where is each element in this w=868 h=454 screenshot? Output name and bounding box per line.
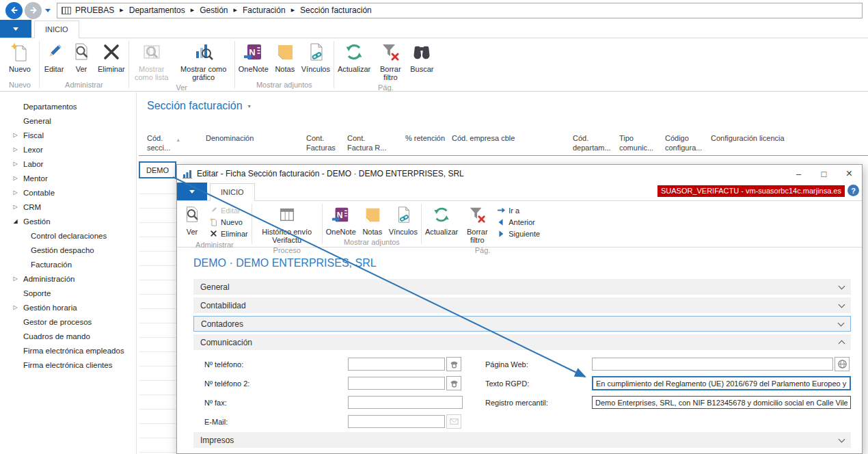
sidebar-item-lexor[interactable]: Lexor	[0, 142, 136, 157]
column-header-cod-departamento[interactable]: Cód.departam...	[573, 134, 619, 152]
breadcrumb-item[interactable]: Departamentos	[129, 5, 185, 15]
mostrar-como-grafico-button[interactable]: Mostrar como gráfico	[174, 40, 234, 82]
page-title-dropdown-icon[interactable]	[248, 103, 251, 109]
tree-collapsed-icon[interactable]	[11, 204, 20, 210]
editar-button[interactable]: Editar	[206, 204, 251, 216]
sidebar-item-general[interactable]: General	[0, 113, 136, 128]
minimize-button[interactable]: –	[786, 165, 811, 183]
sidebar-item-soporte[interactable]: Soporte	[0, 286, 136, 300]
address-field[interactable]: PRUEBAS Departamentos Gestión Facturació…	[57, 3, 863, 18]
actualizar-button[interactable]: Actualizar	[335, 40, 373, 74]
send-email-button[interactable]	[446, 414, 461, 429]
column-header-cod-empresa[interactable]: Cód. empresa cble	[452, 134, 573, 152]
column-header-cont-factura-r[interactable]: Cont.Factura R...	[347, 134, 405, 152]
vinculos-button[interactable]: Vínculos	[386, 202, 420, 237]
buscar-button[interactable]: Buscar	[407, 40, 436, 74]
breadcrumb-item[interactable]: Gestión	[200, 5, 228, 15]
nuevo-button[interactable]: Nuevo	[1, 40, 38, 74]
telefono-field[interactable]	[348, 358, 445, 371]
column-header-cont-facturas[interactable]: Cont.Facturas	[306, 134, 347, 152]
column-header-codigo-configuracion[interactable]: Códigoconfigura...	[665, 134, 711, 152]
maximize-button[interactable]: □	[811, 165, 837, 183]
tree-collapsed-icon[interactable]	[11, 146, 20, 152]
sidebar-item-facturacion[interactable]: Facturación	[0, 257, 136, 271]
ver-button[interactable]: Ver	[68, 40, 95, 74]
tree-collapsed-icon[interactable]	[11, 132, 20, 138]
tree-expanded-icon[interactable]	[11, 218, 20, 224]
historico-envio-verifactu-button[interactable]: Histórico envío Verifactu	[253, 202, 321, 245]
empty-list-rows[interactable]	[139, 180, 177, 454]
sidebar-item-gestor-de-procesos[interactable]: Gestor de procesos	[0, 315, 136, 329]
sidebar-item-mentor[interactable]: Mentor	[0, 171, 136, 185]
sidebar-item-crm[interactable]: CRM	[0, 200, 136, 214]
sidebar-item-firma-electronica-clientes[interactable]: Firma electrónica clientes	[0, 358, 136, 372]
tree-collapsed-icon[interactable]	[11, 304, 20, 310]
anterior-button[interactable]: Anterior	[493, 216, 543, 228]
email-field[interactable]	[348, 415, 445, 428]
sidebar-item-departamentos[interactable]: Departamentos	[0, 99, 136, 113]
tab-inicio[interactable]: INICIO	[34, 21, 79, 38]
column-header-tipo-comunicacion[interactable]: Tipocomunic...	[619, 134, 665, 152]
sidebar-item-administracion[interactable]: Administración	[0, 271, 136, 286]
sidebar-item-firma-electronica-empleados[interactable]: Firma electrónica empleados	[0, 343, 136, 358]
dialog-tab-inicio[interactable]: INICIO	[210, 183, 255, 201]
selected-cell-demo[interactable]: DEMO	[139, 161, 176, 178]
ir-a-button[interactable]: Ir a	[493, 204, 543, 216]
history-dropdown-icon[interactable]	[45, 9, 51, 12]
sidebar-item-fiscal[interactable]: Fiscal	[0, 128, 136, 142]
siguiente-button[interactable]: Siguiente	[493, 228, 543, 239]
telefono2-field[interactable]	[348, 377, 445, 390]
section-contabilidad[interactable]: Contabilidad	[193, 297, 851, 313]
column-header-retencion[interactable]: % retención	[405, 134, 452, 152]
phone-dial-button[interactable]	[446, 357, 461, 371]
eliminar-button[interactable]: Eliminar	[206, 228, 251, 239]
sidebar-item-gestion-horaria[interactable]: Gestión horaria	[0, 300, 136, 315]
sidebar-item-gestion[interactable]: Gestión	[0, 214, 136, 228]
texto-rgpd-field[interactable]	[592, 376, 851, 390]
section-impresos[interactable]: Impresos	[193, 432, 851, 448]
close-button[interactable]: ×	[837, 165, 862, 183]
fax-field[interactable]	[348, 396, 463, 409]
forward-button[interactable]	[25, 2, 42, 19]
borrar-filtro-button[interactable]: Borrar filtro	[373, 40, 407, 82]
sidebar-item-cuadros-de-mando[interactable]: Cuadros de mando	[0, 329, 136, 343]
column-header-denominacion[interactable]: Denominación	[206, 134, 306, 152]
actualizar-button[interactable]: Actualizar	[422, 202, 461, 237]
sidebar-item-contable[interactable]: Contable	[0, 185, 136, 200]
notas-button[interactable]: Notas	[359, 202, 386, 237]
sidebar-item-gestion-despacho[interactable]: Gestión despacho	[0, 243, 136, 257]
notas-button[interactable]: Notas	[271, 40, 299, 74]
help-button[interactable]: ?	[847, 185, 859, 196]
dialog-app-menu-button[interactable]	[177, 183, 207, 200]
breadcrumb-item[interactable]: Sección facturación	[300, 5, 372, 15]
phone-dial-button[interactable]	[446, 376, 461, 390]
onenote-button[interactable]: N OneNote	[236, 40, 271, 74]
tree-collapsed-icon[interactable]	[11, 161, 20, 167]
sidebar-item-labor[interactable]: Labor	[0, 157, 136, 171]
onenote-button[interactable]: N OneNote	[323, 202, 359, 237]
nuevo-button[interactable]: Nuevo	[206, 216, 251, 228]
back-button[interactable]	[5, 2, 23, 19]
column-header-cod-seccion[interactable]: Cód.secci...	[147, 134, 206, 152]
section-contadores[interactable]: Contadores	[193, 316, 851, 332]
app-menu-button[interactable]	[0, 20, 31, 38]
ver-button[interactable]: Ver	[178, 202, 206, 237]
vinculos-button[interactable]: Vínculos	[299, 40, 333, 74]
section-general[interactable]: General	[193, 279, 851, 295]
section-comunicacion[interactable]: Comunicación	[193, 334, 851, 350]
registro-mercantil-field[interactable]	[592, 396, 851, 409]
sidebar-item-control-declaraciones[interactable]: Control declaraciones	[0, 228, 136, 243]
tree-collapsed-icon[interactable]	[11, 189, 20, 196]
eliminar-button[interactable]: Eliminar	[95, 40, 128, 74]
dialog-title-bar[interactable]: Editar - Ficha Sección facturación - DEM…	[177, 165, 862, 183]
editar-button[interactable]: Editar	[40, 40, 68, 74]
breadcrumb-item[interactable]: PRUEBAS	[75, 5, 114, 15]
borrar-filtro-button[interactable]: Borrar filtro	[461, 202, 493, 245]
mostrar-como-lista-button[interactable]: Mostrar como lista	[130, 40, 174, 82]
tree-collapsed-icon[interactable]	[11, 175, 20, 181]
breadcrumb-item[interactable]: Facturación	[243, 5, 286, 15]
open-web-button[interactable]	[835, 357, 850, 371]
pagina-web-field[interactable]	[592, 358, 833, 371]
tree-collapsed-icon[interactable]	[11, 276, 20, 282]
column-header-configuracion-licencia[interactable]: Configuración licencia	[711, 134, 813, 152]
